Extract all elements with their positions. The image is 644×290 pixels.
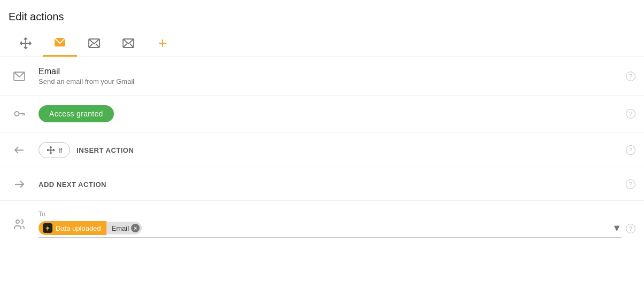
access-granted-row: Access granted ? (0, 96, 644, 132)
insert-action-content: If INSERT ACTION (39, 142, 626, 158)
email-icon (13, 70, 26, 83)
tab-email-active[interactable] (43, 29, 77, 57)
arrow-right-icon-wrapper (9, 178, 30, 191)
access-granted-button[interactable]: Access granted (39, 105, 114, 122)
email-2-icon (88, 37, 101, 50)
email-content: Email Send an email from your Gmail (39, 67, 626, 85)
chip-icon (43, 223, 52, 233)
people-icon-wrapper (9, 218, 30, 231)
svg-point-10 (15, 112, 19, 116)
key-icon-wrapper (9, 107, 30, 120)
to-field-wrapper: To Data uploaded Email (39, 210, 622, 238)
if-label: If (58, 146, 62, 154)
insert-action-help[interactable]: ? (626, 145, 635, 155)
email-row-icon (9, 70, 30, 83)
to-label: To (39, 210, 622, 218)
access-granted-content: Access granted (39, 105, 626, 122)
email-chip-close[interactable]: × (131, 224, 140, 232)
tab-email-3[interactable] (111, 30, 145, 56)
to-field-row[interactable]: Data uploaded Email × ▼ (39, 221, 622, 238)
access-granted-help[interactable]: ? (626, 109, 635, 119)
tab-add[interactable] (145, 30, 180, 56)
email-active-icon (53, 36, 66, 49)
email-3-icon (122, 37, 135, 50)
insert-action-area: If INSERT ACTION (39, 142, 626, 158)
insert-action-row: If INSERT ACTION ? (0, 132, 644, 168)
email-chip[interactable]: Email × (106, 222, 142, 234)
upload-icon (44, 225, 51, 231)
arrow-right-icon (13, 178, 26, 191)
add-next-action-label: ADD NEXT ACTION (39, 181, 106, 189)
data-uploaded-chip[interactable]: Data uploaded (39, 221, 106, 235)
tab-email-2[interactable] (77, 30, 111, 56)
email-help-icon[interactable]: ? (626, 72, 635, 81)
add-next-action-help[interactable]: ? (626, 179, 635, 189)
email-title: Email (39, 67, 626, 76)
arrow-left-icon-wrapper (9, 144, 30, 156)
add-next-action-row: ADD NEXT ACTION ? (0, 168, 644, 201)
email-help[interactable]: ? (626, 72, 635, 81)
to-field-help[interactable]: ? (626, 224, 635, 238)
email-subtitle: Send an email from your Gmail (39, 77, 626, 85)
page-title: Edit actions (0, 0, 644, 29)
people-icon (13, 218, 26, 231)
arrow-left-icon (13, 144, 26, 156)
chips-area: Data uploaded Email × (39, 221, 142, 235)
move-pill-icon (47, 146, 55, 154)
svg-line-6 (130, 44, 134, 48)
insert-action-label: INSERT ACTION (76, 146, 134, 154)
tabs-bar (0, 29, 644, 57)
svg-line-5 (123, 44, 127, 48)
data-uploaded-label: Data uploaded (56, 224, 101, 232)
email-action-row: Email Send an email from your Gmail ? (0, 57, 644, 96)
svg-line-3 (96, 44, 99, 48)
svg-point-16 (16, 220, 19, 223)
svg-line-2 (89, 44, 93, 48)
add-icon (156, 37, 169, 50)
insert-action-pill[interactable]: If (39, 142, 70, 158)
insert-action-help-icon[interactable]: ? (626, 145, 635, 155)
add-next-action-content: ADD NEXT ACTION (39, 180, 626, 189)
tab-move[interactable] (9, 30, 43, 56)
key-icon (13, 107, 26, 120)
access-granted-help-icon[interactable]: ? (626, 109, 635, 119)
content-area: Email Send an email from your Gmail ? Ac… (0, 57, 644, 238)
to-field-help-icon[interactable]: ? (626, 224, 635, 233)
dropdown-arrow[interactable]: ▼ (612, 223, 622, 234)
move-icon (19, 37, 32, 50)
to-field-section: To Data uploaded Email (0, 201, 644, 238)
email-chip-label: Email (112, 224, 129, 232)
add-next-action-help-icon[interactable]: ? (626, 179, 635, 189)
